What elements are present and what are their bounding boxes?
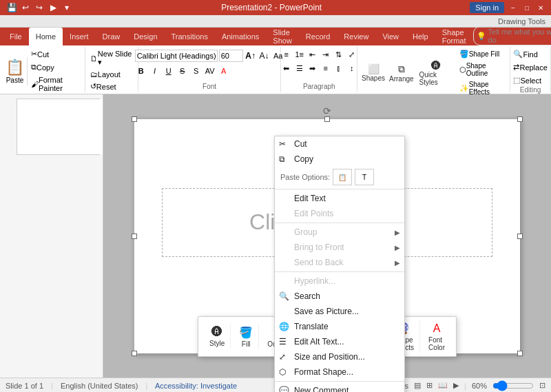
handle-tl	[132, 116, 137, 122]
tab-draw[interactable]: Draw	[96, 28, 127, 45]
paragraph-row-1: ≡ 1≡ ⇤ ⇥ ⇅ ⤢	[280, 48, 358, 61]
ctx-copy[interactable]: ⧉ Copy	[275, 152, 404, 167]
char-spacing-button[interactable]: AV	[204, 65, 216, 77]
shape-fill-button[interactable]: 🪣 Shape Fill	[457, 48, 508, 60]
tab-transitions[interactable]: Transitions	[165, 28, 215, 45]
undo-qat-btn[interactable]: ↩	[19, 1, 32, 14]
stb-arrow: ▶	[395, 259, 400, 267]
increase-font-btn[interactable]: A↑	[245, 50, 257, 62]
line-spacing-btn[interactable]: ↕	[346, 62, 358, 74]
ctx-edit-alt-text[interactable]: ☰ Edit Alt Text...	[275, 334, 404, 349]
numbering-button[interactable]: 1≡	[293, 48, 306, 61]
view-slideshow-btn[interactable]: ▶	[453, 381, 459, 390]
zoom-slider[interactable]	[492, 380, 534, 391]
ctx-translate[interactable]: 🌐 Translate	[275, 319, 404, 334]
maximize-button[interactable]: □	[522, 3, 532, 12]
ctx-cut[interactable]: ✂ Cut	[275, 136, 404, 152]
tab-design[interactable]: Design	[127, 28, 164, 45]
underline-button[interactable]: U	[163, 65, 175, 77]
new-slide-button[interactable]: 🗋 New Slide ▾	[88, 48, 135, 68]
decrease-indent-btn[interactable]: ⇤	[306, 48, 319, 61]
clipboard-secondary: ✂ Cut ⧉ Copy 🖌 Format Painter	[29, 48, 82, 94]
ctx-group: Group ▶	[275, 225, 404, 240]
font-color-button[interactable]: A	[218, 65, 230, 77]
tab-insert[interactable]: Insert	[63, 28, 96, 45]
ctx-save-as-picture[interactable]: Save as Picture...	[275, 304, 404, 319]
cut-button[interactable]: ✂ Cut	[29, 48, 82, 60]
text-direction-btn[interactable]: ⇅	[333, 48, 345, 61]
drawing-tools-label: Drawing Tools	[498, 17, 545, 25]
bold-button[interactable]: B	[135, 65, 147, 77]
find-button[interactable]: 🔍 Find	[511, 48, 549, 60]
font-name-combo[interactable]	[135, 50, 218, 62]
tab-animations[interactable]: Animations	[215, 28, 266, 45]
ribbon: File Home Insert Draw Design Transitions…	[0, 28, 551, 94]
tab-home[interactable]: Home	[29, 28, 63, 45]
present-qat-btn[interactable]: ▶	[47, 1, 59, 14]
paste-button[interactable]: 📋 Paste	[3, 57, 28, 85]
tab-record[interactable]: Record	[299, 28, 337, 45]
quick-access-toolbar: 💾 ↩ ↪ ▶ ▾	[6, 1, 73, 14]
shadow-button[interactable]: S	[190, 65, 202, 77]
close-button[interactable]: ✕	[536, 3, 545, 12]
minimize-button[interactable]: −	[508, 3, 518, 12]
arrange-button[interactable]: ⧉ Arrange	[388, 62, 415, 84]
select-button[interactable]: ⬚ Select	[511, 74, 549, 86]
replace-button[interactable]: ⇄ Replace	[511, 61, 549, 73]
ctx-send-to-back: Send to Back ▶	[275, 255, 404, 270]
save-qat-btn[interactable]: 💾	[6, 1, 18, 14]
quick-styles-button[interactable]: 🅐 Quick Styles	[417, 59, 456, 87]
justify-btn[interactable]: ≡	[320, 62, 332, 74]
ctx-edit-text[interactable]: Edit Text	[275, 191, 404, 206]
font-color-icon: A	[433, 322, 441, 335]
paste-option-2[interactable]: T	[355, 169, 374, 185]
qat-dropdown[interactable]: ▾	[61, 1, 73, 14]
tab-view[interactable]: View	[375, 28, 406, 45]
cols-btn[interactable]: ⫿	[333, 62, 345, 74]
slide-thumb-inner	[17, 99, 103, 154]
ctx-new-comment[interactable]: 💬 New Comment	[275, 383, 404, 392]
font-size-combo[interactable]	[219, 50, 243, 62]
bullets-button[interactable]: ≡	[280, 48, 293, 61]
align-left-btn[interactable]: ⬅	[280, 62, 293, 74]
separator-4	[275, 381, 404, 382]
convert-smartart-btn[interactable]: ⤢	[346, 48, 358, 61]
tab-file[interactable]: File	[3, 28, 29, 45]
tell-me-input[interactable]: 💡 Tell me what you want to do	[473, 26, 551, 45]
reset-button[interactable]: ↺ Reset	[88, 81, 135, 92]
shape-outline-button[interactable]: ⬡ Shape Outline	[457, 61, 508, 79]
drawing-group-content: ⬜ Shapes ⧉ Arrange 🅐 Quick Styles 🪣 Shap…	[360, 48, 507, 97]
ctx-paste-options: Paste Options: 📋 T	[275, 167, 404, 187]
view-normal-btn[interactable]: ▤	[414, 381, 421, 390]
align-center-btn[interactable]: ☰	[293, 62, 306, 74]
redo-qat-btn[interactable]: ↪	[33, 1, 45, 14]
italic-button[interactable]: I	[149, 65, 161, 77]
format-painter-button[interactable]: 🖌 Format Painter	[29, 74, 82, 94]
fill-float-btn[interactable]: 🪣 Fill	[233, 324, 259, 350]
ctx-size-position[interactable]: ⤢ Size and Position...	[275, 349, 404, 364]
strikethrough-button[interactable]: S	[176, 65, 189, 77]
slide-thumbnail[interactable]	[17, 99, 100, 155]
signin-button[interactable]: Sign in	[470, 2, 504, 13]
increase-indent-btn[interactable]: ⇥	[320, 48, 332, 61]
ctx-edit-points: Edit Points	[275, 206, 404, 221]
tab-shape-format[interactable]: Shape Format	[435, 28, 473, 45]
layout-button[interactable]: 🗂 Layout	[88, 69, 135, 80]
accessibility-info[interactable]: Accessibility: Investigate	[155, 382, 237, 390]
font-color-float-btn[interactable]: A Font Color	[423, 320, 450, 353]
tab-slideshow[interactable]: Slide Show	[266, 28, 299, 45]
view-reading-btn[interactable]: 📖	[438, 381, 448, 390]
fit-slide-btn[interactable]: ⊡	[539, 381, 545, 390]
decrease-font-btn[interactable]: A↓	[258, 50, 271, 62]
paste-option-1[interactable]: 📋	[333, 169, 352, 185]
rotate-handle[interactable]: ⟳	[323, 105, 331, 116]
align-right-btn[interactable]: ➡	[306, 62, 319, 74]
tab-help[interactable]: Help	[406, 28, 435, 45]
ctx-search[interactable]: 🔍 Search	[275, 289, 404, 304]
view-slide-sorter-btn[interactable]: ⊞	[426, 381, 433, 390]
shapes-button[interactable]: ⬜ Shapes	[360, 62, 386, 83]
style-float-btn[interactable]: 🅐 Style	[204, 324, 231, 349]
tab-review[interactable]: Review	[337, 28, 375, 45]
ctx-format-shape[interactable]: ⬡ Format Shape...	[275, 364, 404, 380]
copy-button[interactable]: ⧉ Copy	[29, 61, 82, 73]
